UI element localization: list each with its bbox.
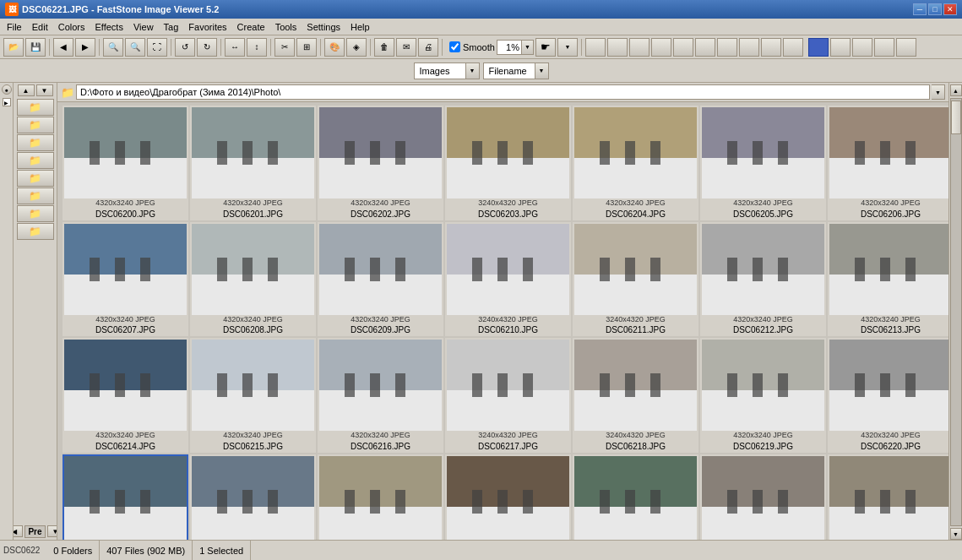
tb-next-button[interactable]: ▶ [75, 38, 95, 57]
menu-settings[interactable]: Settings [302, 20, 345, 34]
tb-more-1[interactable] [585, 38, 606, 57]
menu-edit[interactable]: Edit [27, 20, 53, 34]
menu-create[interactable]: Create [232, 20, 270, 34]
tb-save-button[interactable]: 💾 [25, 38, 46, 57]
tb-zoom-in-button[interactable]: 🔍 [103, 38, 123, 57]
left-nav-up[interactable]: ▲ [18, 84, 35, 96]
hand-arrow-button[interactable]: ▼ [557, 38, 578, 57]
maximize-button[interactable]: □ [928, 3, 942, 15]
scroll-right[interactable]: ▼ [47, 525, 57, 537]
menu-favorites[interactable]: Favorites [183, 20, 231, 34]
tb-more-3[interactable] [629, 38, 649, 57]
tb-more-7[interactable] [717, 38, 737, 57]
menu-tag[interactable]: Tag [159, 20, 184, 34]
percent-arrow[interactable]: ▼ [522, 40, 534, 55]
tb-rotate-left-button[interactable]: ↺ [175, 38, 195, 57]
tb-last-2[interactable] [852, 38, 872, 57]
thumb-item[interactable]: 3240x4320 JPEGDSC06211.JPG [573, 222, 698, 337]
toggle-left-panel[interactable]: ● [2, 84, 12, 95]
thumb-item[interactable]: 3240x4320 JPEGDSC06218.JPG [573, 338, 698, 453]
scroll-up-button[interactable]: ▲ [950, 84, 962, 96]
tb-more-9[interactable] [761, 38, 781, 57]
menu-help[interactable]: Help [345, 20, 375, 34]
folder-nav-item-6[interactable]: 📁 [17, 188, 54, 204]
tb-flip-v-button[interactable]: ↕ [247, 38, 267, 57]
tb-delete-button[interactable]: 🗑 [374, 38, 394, 57]
tb-flip-h-button[interactable]: ↔ [225, 38, 245, 57]
tb-more-10[interactable] [783, 38, 803, 57]
menu-view[interactable]: View [128, 20, 159, 34]
menu-tools[interactable]: Tools [270, 20, 302, 34]
thumb-item[interactable]: 4320x3240 JPEGDSC06205.JPG [700, 106, 826, 220]
tb-more-8[interactable] [739, 38, 759, 57]
scroll-thumb[interactable] [951, 101, 961, 134]
thumb-item[interactable]: 4320x3240 JPEGDSC06212.JPG [700, 222, 826, 337]
thumb-item[interactable]: 4320x3240 JPEGDSC06219.JPG [700, 338, 826, 453]
folder-nav-item-1[interactable]: 📁 [17, 99, 54, 116]
scroll-track[interactable] [950, 98, 962, 526]
smooth-checkbox[interactable] [449, 41, 460, 52]
thumb-item[interactable]: 3240x4320 JPEGDSC06217.JPG [445, 338, 571, 453]
menu-colors[interactable]: Colors [53, 20, 90, 34]
tb-last-4[interactable] [896, 38, 916, 57]
tb-more-4[interactable] [651, 38, 671, 57]
tb-print-button[interactable]: 🖨 [418, 38, 438, 57]
thumb-item[interactable]: 4320x3240 JPEGDSC06215.JPG [190, 338, 316, 453]
thumb-item[interactable]: 4320x3240 JPEGDSC06216.JPG [318, 338, 443, 453]
thumb-item[interactable]: 3240x4320 JPEGDSC06210.JPG [445, 222, 571, 337]
menu-file[interactable]: File [2, 20, 27, 34]
thumb-item[interactable]: 4320x3240 JPEGDSC06222.JPG [190, 454, 316, 540]
tb-open-button[interactable]: 📂 [3, 38, 24, 57]
tb-fit-button[interactable]: ⛶ [147, 38, 167, 57]
folder-nav-item-7[interactable]: 📁 [17, 205, 54, 222]
images-dropdown[interactable]: Images ▼ [414, 63, 480, 79]
folder-nav-item-2[interactable]: 📁 [17, 117, 54, 133]
thumb-item[interactable]: 4320x3240 JPEGDSC06214.JPG [63, 338, 188, 453]
path-dropdown-arrow[interactable]: ▼ [932, 84, 945, 100]
expand-left-arrow[interactable]: ▶ [3, 98, 11, 106]
folder-nav-item-8[interactable]: 📁 [17, 223, 54, 240]
thumb-item[interactable]: 4320x3240 JPEGDSC06204.JPG [573, 106, 698, 220]
thumb-item[interactable]: 4320x3240 JPEGDSC06229.JPG [573, 454, 698, 540]
folder-nav-item-3[interactable]: 📁 [17, 134, 54, 151]
thumb-item[interactable]: 4320x3240 JPEGDSC06207.JPG [63, 222, 188, 337]
thumb-item[interactable]: 4320x3240 JPEGDSC06200.JPG [63, 106, 188, 220]
thumb-item[interactable]: 4320x3240 JPEGDSC06209.JPG [318, 222, 443, 337]
hand-tool-button[interactable]: ☛ [535, 38, 556, 57]
minimize-button[interactable]: ─ [913, 3, 927, 15]
tb-last-3[interactable] [874, 38, 894, 57]
percent-input[interactable] [497, 40, 522, 55]
thumb-item[interactable]: 4320x3240 JPEGDSC06230.JPG [700, 454, 826, 540]
tb-prev-button[interactable]: ◀ [53, 38, 73, 57]
tb-color-button[interactable]: 🎨 [324, 38, 345, 57]
menu-effects[interactable]: Effects [90, 20, 128, 34]
tb-sharpen-button[interactable]: ◈ [346, 38, 367, 57]
thumb-item[interactable]: 4320x3240 JPEGDSC06201.JPG [190, 106, 316, 220]
blue-color-swatch[interactable] [808, 38, 829, 57]
images-dropdown-arrow[interactable]: ▼ [465, 63, 479, 79]
filename-dropdown-arrow[interactable]: ▼ [535, 63, 548, 79]
thumb-item[interactable]: 4320x3240 JPEGDSC06202.JPG [318, 106, 443, 220]
thumb-item[interactable]: 4320x3240 JPEGDSC06227.JPG [318, 454, 443, 540]
thumb-item[interactable]: 4320x3240 JPEGDSC06208.JPG [190, 222, 316, 337]
filename-dropdown[interactable]: Filename ▼ [483, 63, 549, 79]
scroll-left[interactable]: ◀ [14, 525, 23, 537]
tb-zoom-out-button[interactable]: 🔍 [125, 38, 145, 57]
thumbnail-grid[interactable]: 4320x3240 JPEGDSC06200.JPG4320x3240 JPEG… [57, 102, 948, 540]
tb-rotate-right-button[interactable]: ↻ [197, 38, 217, 57]
tb-more-5[interactable] [673, 38, 693, 57]
thumb-item[interactable]: 4320x3240 JPEGDSC06220.JPG [828, 338, 948, 453]
tb-crop-button[interactable]: ✂ [274, 38, 295, 57]
tb-email-button[interactable]: ✉ [396, 38, 416, 57]
tb-more-6[interactable] [695, 38, 715, 57]
folder-nav-item-5[interactable]: 📁 [17, 170, 54, 187]
thumb-item[interactable]: 4320x3240 JPEGDSC06228.JPG [445, 454, 571, 540]
folder-nav-item-4[interactable]: 📁 [17, 152, 54, 169]
scroll-down-button[interactable]: ▼ [950, 528, 962, 540]
right-scrollbar[interactable]: ▲ ▼ [948, 83, 962, 540]
thumb-item[interactable]: 4320x3240 JPEGDSC06221.JPG [63, 454, 188, 540]
close-button[interactable]: ✕ [943, 3, 957, 15]
thumb-item[interactable]: 4320x3240 JPEGDSC06206.JPG [828, 106, 948, 220]
thumb-item[interactable]: 4320x3240 JPEGDSC06231.JPG [828, 454, 948, 540]
tb-last-1[interactable] [830, 38, 851, 57]
